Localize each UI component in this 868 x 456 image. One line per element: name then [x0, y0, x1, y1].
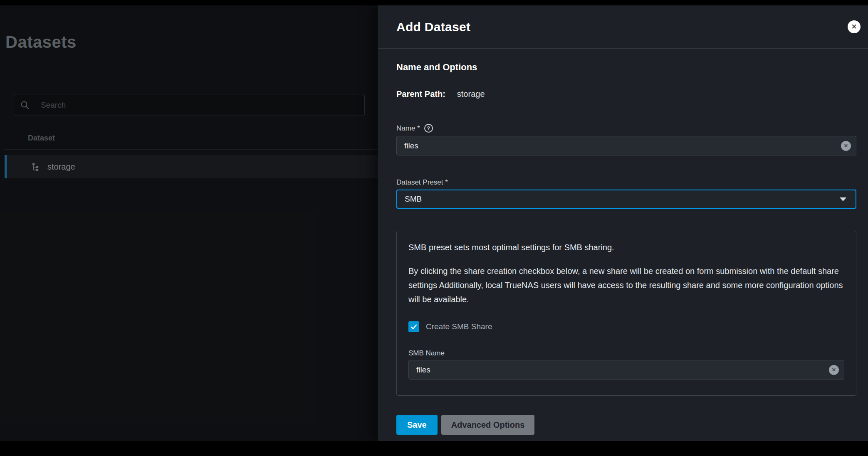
form-actions: Save Advanced Options — [396, 415, 856, 435]
name-label: Name * — [396, 124, 420, 133]
preset-selected-value: SMB — [405, 195, 840, 204]
create-smb-share-checkbox[interactable] — [408, 321, 419, 332]
advanced-options-button[interactable]: Advanced Options — [441, 415, 535, 435]
parent-path-value: storage — [457, 89, 485, 99]
dataset-preset-select[interactable]: SMB — [396, 190, 856, 209]
smb-preset-description: By clicking the share creation checkbox … — [408, 264, 844, 306]
section-heading: Name and Options — [396, 62, 856, 73]
modal-backdrop[interactable] — [0, 5, 378, 441]
create-smb-share-row: Create SMB Share — [408, 321, 844, 332]
panel-title: Add Dataset — [396, 20, 848, 34]
panel-body: Name and Options Parent Path:storage Nam… — [378, 62, 868, 435]
parent-path: Parent Path:storage — [396, 89, 856, 99]
smb-name-field: ✕ — [408, 360, 844, 380]
add-dataset-panel: Add Dataset ✕ Name and Options Parent Pa… — [378, 5, 868, 441]
window-top-strip — [0, 0, 868, 5]
save-button[interactable]: Save — [396, 415, 438, 435]
preset-label: Dataset Preset * — [396, 178, 856, 187]
clear-smb-name-icon[interactable]: ✕ — [829, 365, 839, 375]
create-smb-share-label: Create SMB Share — [426, 322, 492, 331]
datasets-page: Datasets Dataset storage — [0, 5, 378, 441]
smb-name-label: SMB Name — [408, 349, 844, 357]
close-icon[interactable]: ✕ — [848, 20, 861, 33]
panel-header: Add Dataset ✕ — [378, 5, 868, 49]
chevron-down-icon — [840, 197, 846, 201]
smb-preset-summary: SMB preset sets most optimal settings fo… — [408, 243, 844, 252]
clear-name-icon[interactable]: ✕ — [841, 141, 851, 151]
window-bottom-strip — [0, 441, 868, 456]
help-icon[interactable]: ? — [424, 124, 433, 133]
name-label-row: Name * ? — [396, 124, 856, 133]
checkmark-icon — [410, 323, 418, 331]
name-field: ✕ — [396, 136, 856, 155]
smb-name-input[interactable] — [409, 360, 844, 379]
app-window: Datasets Dataset storage — [0, 0, 868, 456]
parent-path-label: Parent Path: — [396, 89, 445, 99]
smb-preset-card: SMB preset sets most optimal settings fo… — [396, 231, 856, 396]
name-input[interactable] — [397, 136, 856, 155]
